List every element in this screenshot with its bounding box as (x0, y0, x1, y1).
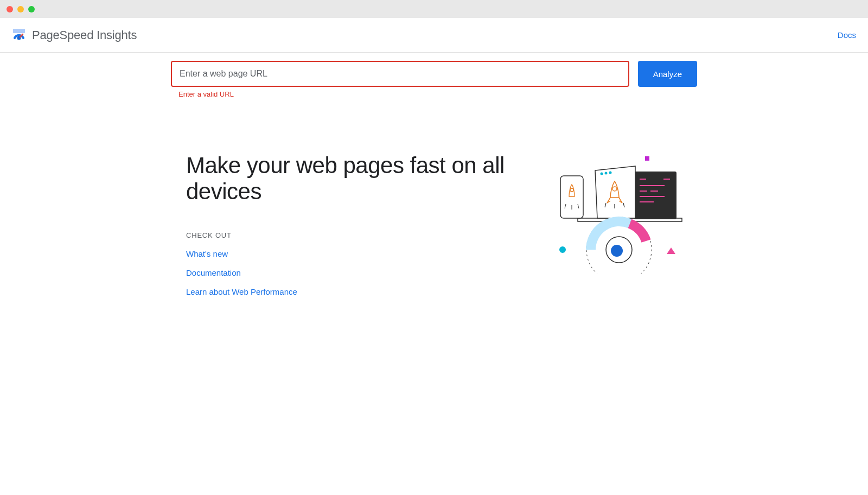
header-brand: PageSpeed Insights (12, 28, 137, 42)
window-minimize-button[interactable] (17, 6, 24, 12)
window-titlebar (0, 0, 868, 18)
speed-illustration-icon (556, 154, 697, 274)
window-maximize-button[interactable] (28, 6, 35, 12)
url-input-error: Enter a valid URL (178, 90, 629, 98)
app-header: PageSpeed Insights Docs (0, 18, 868, 53)
link-whats-new[interactable]: What's new (186, 249, 556, 258)
hero-illustration (556, 153, 697, 276)
url-input[interactable] (171, 61, 629, 87)
checkout-label: CHECK OUT (186, 231, 556, 239)
hero-headline: Make your web pages fast on all devices (186, 153, 556, 205)
docs-link[interactable]: Docs (838, 30, 856, 40)
link-documentation[interactable]: Documentation (186, 268, 556, 277)
checkout-links: What's new Documentation Learn about Web… (186, 249, 556, 296)
svg-point-14 (605, 172, 608, 175)
hero-text: Make your web pages fast on all devices … (171, 153, 556, 296)
svg-point-15 (609, 172, 612, 174)
url-input-container: Enter a valid URL (171, 61, 629, 98)
pagespeed-logo-icon (12, 28, 26, 42)
svg-point-3 (559, 246, 566, 253)
svg-rect-2 (645, 156, 649, 161)
app-title: PageSpeed Insights (32, 28, 137, 42)
analyze-form: Enter a valid URL Analyze (171, 61, 697, 98)
svg-rect-0 (13, 29, 25, 33)
window-close-button[interactable] (7, 6, 13, 12)
svg-marker-4 (667, 248, 675, 254)
svg-point-13 (601, 173, 603, 175)
svg-rect-21 (560, 176, 583, 218)
link-web-performance[interactable]: Learn about Web Performance (186, 287, 556, 296)
analyze-button[interactable]: Analyze (638, 61, 697, 87)
hero-section: Make your web pages fast on all devices … (171, 153, 697, 296)
svg-point-28 (611, 245, 623, 257)
